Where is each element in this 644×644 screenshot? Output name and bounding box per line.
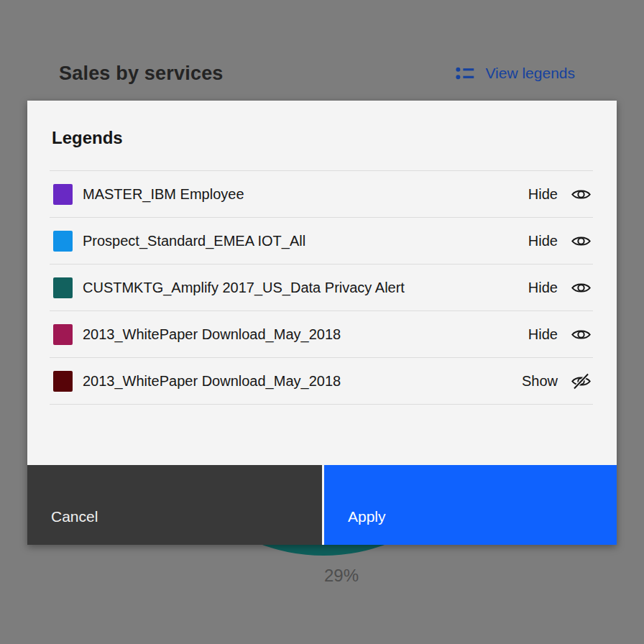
legend-color-swatch — [53, 184, 73, 205]
legend-color-swatch — [53, 231, 73, 252]
page-title: Sales by services — [59, 63, 224, 85]
legend-list: MASTER_IBM Employee Hide Prospect_Standa… — [50, 170, 593, 405]
legend-visibility-toggle[interactable]: Hide — [528, 324, 592, 345]
eye-slash-icon — [571, 371, 592, 392]
legend-label: 2013_WhitePaper Download_May_2018 — [83, 326, 528, 343]
eye-icon — [571, 231, 592, 252]
pie-segment-label: 29% — [305, 566, 377, 586]
modal-footer: Cancel Apply — [27, 465, 617, 545]
legend-row: Prospect_Standard_EMEA IOT_All Hide — [50, 218, 593, 264]
legend-label: Prospect_Standard_EMEA IOT_All — [83, 233, 528, 249]
legend-label: 2013_WhitePaper Download_May_2018 — [83, 373, 522, 390]
legend-row: CUSTMKTG_Amplify 2017_US_Data Privacy Al… — [50, 264, 593, 311]
apply-button[interactable]: Apply — [324, 465, 617, 545]
toggle-action-label: Show — [522, 373, 558, 390]
legend-color-swatch — [53, 324, 73, 345]
list-icon — [455, 63, 475, 83]
eye-icon — [571, 324, 592, 345]
legends-modal: Legends MASTER_IBM Employee Hide Prospec… — [27, 101, 617, 545]
legend-color-swatch — [53, 277, 73, 298]
legend-color-swatch — [53, 371, 73, 392]
legend-row: 2013_WhitePaper Download_May_2018 Hide — [50, 311, 593, 358]
view-legends-label: View legends — [485, 65, 575, 82]
toggle-action-label: Hide — [528, 233, 558, 249]
modal-title: Legends — [52, 128, 594, 148]
toggle-action-label: Hide — [528, 186, 558, 203]
legend-visibility-toggle[interactable]: Show — [522, 371, 592, 392]
legend-row: 2013_WhitePaper Download_May_2018 Show — [50, 358, 593, 405]
cancel-button[interactable]: Cancel — [27, 465, 322, 545]
legend-label: MASTER_IBM Employee — [83, 186, 528, 203]
toggle-action-label: Hide — [528, 280, 558, 296]
legend-visibility-toggle[interactable]: Hide — [528, 231, 592, 252]
view-legends-button[interactable]: View legends — [455, 63, 575, 83]
legend-label: CUSTMKTG_Amplify 2017_US_Data Privacy Al… — [83, 280, 528, 296]
legend-visibility-toggle[interactable]: Hide — [528, 277, 592, 298]
legend-row: MASTER_IBM Employee Hide — [50, 171, 593, 218]
eye-icon — [571, 184, 592, 205]
eye-icon — [571, 277, 592, 298]
toggle-action-label: Hide — [528, 326, 558, 343]
legend-visibility-toggle[interactable]: Hide — [528, 184, 592, 205]
